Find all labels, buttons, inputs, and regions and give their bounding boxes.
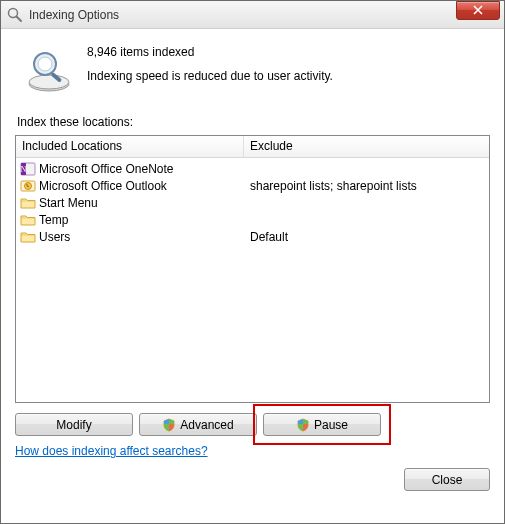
indexing-detail-text: Indexing speed is reduced due to user ac… — [87, 69, 333, 83]
column-header-included[interactable]: Included Locations — [16, 136, 244, 157]
folder-icon — [20, 212, 36, 228]
included-cell: Users — [39, 230, 70, 244]
pause-button[interactable]: Pause — [263, 413, 381, 436]
folder-icon — [20, 229, 36, 245]
pause-button-label: Pause — [314, 418, 348, 432]
svg-point-5 — [38, 57, 52, 71]
indexed-count-text: 8,946 items indexed — [87, 45, 333, 59]
included-cell: Microsoft Office OneNote — [39, 162, 174, 176]
column-header-exclude[interactable]: Exclude — [244, 136, 489, 157]
svg-text:N: N — [21, 165, 27, 174]
included-cell: Start Menu — [39, 196, 98, 210]
svg-line-1 — [17, 16, 22, 21]
table-row[interactable]: Start Menu — [16, 194, 489, 211]
exclude-cell: sharepoint lists; sharepoint lists — [250, 179, 417, 193]
table-row[interactable]: NMicrosoft Office OneNote — [16, 160, 489, 177]
button-row: Modify Advanced — [15, 413, 490, 436]
close-icon — [473, 5, 483, 15]
included-cell: Microsoft Office Outlook — [39, 179, 167, 193]
shield-icon — [296, 418, 310, 432]
folder-icon — [20, 195, 36, 211]
status-area: 8,946 items indexed Indexing speed is re… — [15, 39, 490, 109]
svg-point-3 — [29, 75, 69, 89]
table-row[interactable]: Microsoft Office Outlooksharepoint lists… — [16, 177, 489, 194]
shield-icon — [162, 418, 176, 432]
indexing-options-window: Indexing Options 8,946 items indexed Ind… — [0, 0, 505, 524]
onenote-icon: N — [20, 161, 36, 177]
titlebar: Indexing Options — [1, 1, 504, 29]
help-link[interactable]: How does indexing affect searches? — [15, 444, 490, 458]
bottom-row: Close — [15, 468, 490, 491]
advanced-button-label: Advanced — [180, 418, 233, 432]
list-header: Included Locations Exclude — [16, 136, 489, 158]
table-row[interactable]: UsersDefault — [16, 228, 489, 245]
window-title: Indexing Options — [29, 8, 456, 22]
window-close-button[interactable] — [456, 1, 500, 20]
close-button[interactable]: Close — [404, 468, 490, 491]
locations-listbox: Included Locations Exclude NMicrosoft Of… — [15, 135, 490, 403]
exclude-cell: Default — [250, 230, 288, 244]
table-row[interactable]: Temp — [16, 211, 489, 228]
modify-button-label: Modify — [56, 418, 91, 432]
outlook-icon — [20, 178, 36, 194]
close-button-label: Close — [432, 473, 463, 487]
content-pane: 8,946 items indexed Indexing speed is re… — [1, 29, 504, 523]
modify-button[interactable]: Modify — [15, 413, 133, 436]
magnifier-drive-icon — [25, 47, 73, 95]
advanced-button[interactable]: Advanced — [139, 413, 257, 436]
included-cell: Temp — [39, 213, 68, 227]
list-body: NMicrosoft Office OneNoteMicrosoft Offic… — [16, 158, 489, 402]
locations-label: Index these locations: — [17, 115, 490, 129]
indexing-app-icon — [7, 7, 23, 23]
